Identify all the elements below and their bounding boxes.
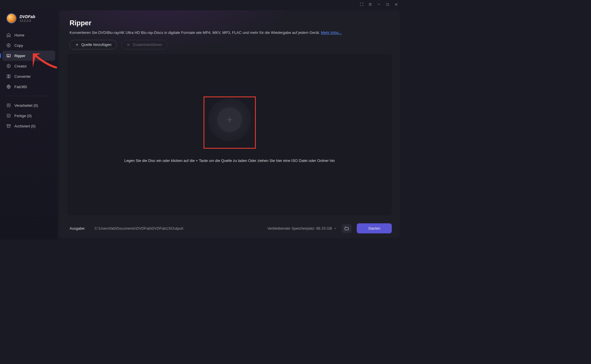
sidebar-item-label: Ripper [14,54,25,58]
archived-icon [6,124,11,128]
finished-icon [6,113,11,118]
sidebar-item-creator[interactable]: Creator [2,61,55,71]
ripper-icon [6,53,11,58]
sidebar-item-home[interactable]: Home [2,30,55,40]
sidebar-item-label: Archiviert (0) [14,124,36,128]
add-source-label: Quelle hinzufügen [81,42,112,47]
sidebar: DVDFab 13.0.3.0 Home Copy Rip [0,9,57,240]
footer: Ausgabe: C:\Users\fab\Documents\DVDFab\D… [59,219,400,238]
fab365-icon [6,84,11,89]
page-title: Ripper [70,19,389,27]
sidebar-item-label: Fab365 [14,85,27,89]
brand-name: DVDFab [20,14,35,19]
nav-divider [6,96,52,96]
svg-rect-20 [7,125,10,125]
sidebar-item-label: Verarbeitet (0) [14,103,38,108]
close-icon[interactable] [394,2,398,6]
sidebar-item-fab365[interactable]: Fab365 [2,82,55,92]
remaining-space-text: Verbleibender Speicherplatz: 66.33 GB [267,226,332,231]
output-label: Ausgabe: [70,226,85,231]
brand: DVDFab 13.0.3.0 [0,11,57,28]
svg-rect-19 [7,114,10,117]
converter-icon [6,74,11,79]
main: Ripper Konvertieren Sie DVD/Blu-ray/4K U… [59,10,400,238]
start-button[interactable]: Starten [357,223,392,233]
output-path[interactable]: C:\Users\fab\Documents\DVDFab\DVDFab13\O… [91,224,262,233]
page-description: Konvertieren Sie DVD/Blu-ray/4K Ultra HD… [70,30,389,35]
sidebar-item-converter[interactable]: Converter [2,71,55,82]
sidebar-item-label: Creator [14,64,27,68]
copy-icon [6,43,11,48]
minimize-icon[interactable] [377,2,381,6]
merge-icon [126,43,131,47]
home-icon [6,33,11,37]
chevron-down-icon [334,227,337,230]
drop-instructions: Legen Sie die Disc ein oder klicken auf … [124,158,335,163]
maximize-icon[interactable] [385,2,389,6]
add-source-button[interactable]: Quelle hinzufügen [70,40,117,49]
more-info-link[interactable]: Mehr Infos... [321,30,341,35]
sidebar-item-label: Copy [14,43,23,48]
remaining-space[interactable]: Verbleibender Speicherplatz: 66.33 GB [267,226,337,231]
svg-rect-14 [9,75,10,78]
nav-queue: Verarbeitet (0) Fertige (0) Archiviert (… [0,98,57,133]
svg-point-8 [8,45,9,46]
menu-icon[interactable] [368,2,372,6]
svg-rect-9 [7,54,10,57]
plus-icon [75,43,79,47]
toolbar: Quelle hinzufügen Zusammenführen [59,40,400,54]
sidebar-item-copy[interactable]: Copy [2,40,55,51]
brand-logo-icon [6,13,17,24]
sidebar-item-label: Home [14,33,24,37]
plugin-icon[interactable] [360,2,364,6]
page-desc-text: Konvertieren Sie DVD/Blu-ray/4K Ultra HD… [70,30,321,35]
svg-rect-4 [386,3,388,5]
merge-label: Zusammenführen [133,42,162,47]
main-header: Ripper Konvertieren Sie DVD/Blu-ray/4K U… [59,10,400,40]
sidebar-item-label: Converter [14,74,31,79]
sidebar-item-finished[interactable]: Fertige (0) [2,111,55,121]
folder-icon [344,226,349,231]
titlebar [0,0,402,9]
sidebar-item-label: Fertige (0) [14,114,32,118]
brand-version: 13.0.3.0 [20,19,35,22]
drop-zone[interactable]: Legen Sie die Disc ein oder klicken auf … [67,54,392,215]
svg-point-7 [7,44,10,47]
nav-main: Home Copy Ripper Creator [0,28,57,94]
sidebar-item-ripper[interactable]: Ripper [2,51,55,61]
processed-icon [6,103,11,108]
sidebar-item-archived[interactable]: Archiviert (0) [2,121,55,131]
sidebar-item-processed[interactable]: Verarbeitet (0) [2,100,55,111]
merge-button[interactable]: Zusammenführen [121,40,168,49]
svg-rect-13 [7,75,9,78]
browse-folder-button[interactable] [342,224,352,233]
annotation-highlight-box [204,96,256,149]
creator-icon [6,64,11,68]
